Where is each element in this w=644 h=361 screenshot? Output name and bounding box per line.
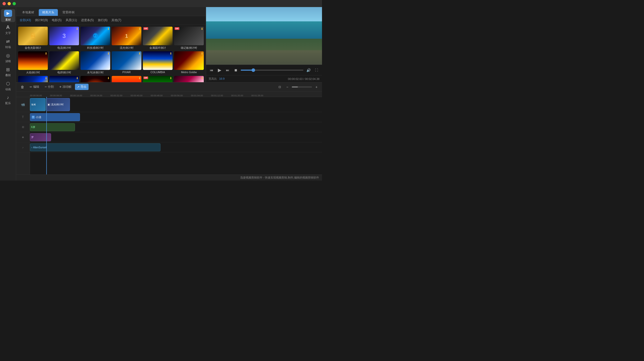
material-icon: ▶ [4,10,12,17]
maximize-button[interactable] [13,2,16,5]
media-item-0[interactable]: ⬇1金色光影倒计 [18,27,48,50]
play-button[interactable]: ▶ [217,67,223,73]
stop-button[interactable]: ⏹ [233,67,239,73]
track-overlay[interactable]: 梦 [30,132,322,142]
ruler-mark-8: 00:01:04.00 [191,94,203,97]
clip-effect[interactable]: ▶ 流光倒计时 [46,98,70,111]
media-item-14[interactable]: ⬇烟花 [80,76,110,82]
media-item-8[interactable]: ⬇水与冰倒计时 [80,51,110,74]
download-badge: ⬇ [45,76,47,80]
download-badge: ⬇ [201,76,203,80]
time-total: 00:02:04.38 [305,77,319,80]
clip-beach-label: 海滩 [31,103,36,106]
fullscreen-button[interactable]: ⛶ [313,67,319,73]
clip-audio[interactable]: ♪ AlienSunset [30,143,160,151]
sidebar-item-overlay[interactable]: ⊞ 叠附 [1,65,15,78]
media-item-10[interactable]: ⬇COLUMBIA [143,51,173,74]
sidebar-item-text[interactable]: A 文字 [1,23,15,36]
tab-background[interactable]: 背景样例 [59,9,78,16]
media-item-3[interactable]: ⬇1流光倒计时 [112,27,141,50]
track-filter[interactable]: 6屏 [30,122,322,132]
next-frame-button[interactable]: ⏭ [225,67,231,73]
clip-text[interactable]: T 小清 [30,113,80,121]
download-badge: ⬇ [76,27,78,31]
sidebar-item-transition[interactable]: ⇌ 转场 [1,37,15,50]
media-item-15[interactable]: ⬇日落 [112,76,141,82]
delete-button[interactable]: 🗑 [19,84,26,90]
sidebar-item-audio[interactable]: ♪ 配乐 [1,94,15,107]
sidebar-item-transition-label: 转场 [5,45,11,49]
clip-beach[interactable]: 海滩 [30,98,46,111]
download-badge: ⬇ [45,27,47,31]
export-button[interactable]: ↗ 导出 [75,84,89,90]
download-badge: ⬇ [45,52,47,55]
freeze-button[interactable]: ❄ 冻结帧 [57,84,73,90]
media-item-17[interactable]: ⬇樱花 [174,76,204,82]
zoom-controls: ⊡ − + [277,84,319,90]
zoom-in-button[interactable]: + [313,84,319,90]
track-headers: 📹 T ⊞ ◈ ♪ [16,97,30,174]
prev-frame-button[interactable]: ⏮ [209,67,215,73]
media-item-label: Metro Goldw [174,71,204,74]
media-item-1[interactable]: ⬇3电流倒计时 [49,27,79,50]
sidebar-item-filter[interactable]: ◎ 滤镜 [1,51,15,64]
volume-button[interactable]: 🔊 [305,67,311,73]
media-item-16[interactable]: VIP⬇自然 [143,76,173,82]
download-badge: ⬇ [201,52,203,55]
coastal-scene-bg [206,7,322,65]
progress-dot [252,68,255,72]
time-current: 00:00:02.63 [288,77,303,80]
close-button[interactable] [3,2,6,5]
media-item-13[interactable]: ⬇UNIVERSAL [49,76,79,82]
media-item-9[interactable]: ⬇PIXAR [112,51,141,74]
minimize-button[interactable] [8,2,11,5]
filter-landscape[interactable]: 风景(11) [65,18,78,23]
media-item-6[interactable]: ⬇火焰倒计时 [18,51,48,74]
sidebar-item-overlay-label: 叠附 [5,73,11,77]
clip-overlay[interactable]: 梦 [30,133,51,141]
track-text[interactable]: T 小清 [30,112,322,122]
ruler-mark-10: 00:01:20.00 [231,94,243,97]
sidebar-item-material[interactable]: ▶ 素材 [1,9,15,22]
filter-progress[interactable]: 进度条(5) [80,18,95,23]
tab-featured[interactable]: 精美片头 [39,9,58,16]
clip-effect-icon: ▶ [48,103,50,106]
track-video[interactable]: 海滩 ▶ 流光倒计时 [30,97,322,112]
filter-all[interactable]: 全部(43) [19,18,32,23]
track-audio[interactable]: ♪ AlienSunset [30,142,322,152]
ruler-mark-11: 00:01:28.00 [251,94,263,97]
filter-movie[interactable]: 电影(5) [51,18,63,23]
filter-other[interactable]: 其他(7) [110,18,122,23]
media-item-11[interactable]: ⬇Metro Goldw [174,51,204,74]
edit-button[interactable]: ✏ 编辑 [28,84,41,90]
media-item-4[interactable]: VIP⬇金属圆环倒计 [143,27,173,50]
clip-filter[interactable]: 6屏 [30,123,75,131]
tab-local[interactable]: 本地素材 [19,9,38,16]
statusbar: 迅捷视频剪辑软件 - 快速实现视频剪辑,制作,编辑的视频剪辑软件 [16,174,322,180]
zoom-slider[interactable] [292,86,312,87]
timeline-content: 📹 T ⊞ ◈ ♪ 海滩 [16,97,322,174]
media-item-5[interactable]: VIP⬇场记板倒计时 [174,27,204,50]
media-item-7[interactable]: ⬇电焊倒计时 [49,51,79,74]
filter-travel[interactable]: 旅行(6) [97,18,109,23]
overlay-icon: ⊞ [6,67,10,72]
ruler-mark-2: 00:00:16.00 [70,94,82,97]
sidebar-item-animation[interactable]: ⬡ 动画 [1,79,15,93]
audio-icon-badge: ♪ [31,146,32,149]
zoom-out-button[interactable]: − [284,84,290,90]
fit-button[interactable]: ⊡ [277,84,283,90]
sidebar-item-audio-label: 配乐 [5,101,11,105]
media-item-12[interactable]: ⬇20th Century [18,76,48,82]
sidebar-item-filter-label: 滤镜 [5,59,11,63]
progress-bar[interactable] [241,70,303,71]
split-button[interactable]: ✂ 分割 [43,84,56,90]
download-badge: ⬇ [107,27,110,31]
export-icon: ↗ [77,85,79,89]
filter-countdown[interactable]: 倒计时(9) [34,18,49,23]
filter-icon: ◎ [6,53,10,58]
preview-info: 宽高比 16:9 00:00:02.63 / 00:02:04.38 [206,75,322,82]
media-item-2[interactable]: ⬇②科技感倒计时 [80,27,110,50]
media-grid: ⬇1金色光影倒计⬇3电流倒计时⬇②科技感倒计时⬇1流光倒计时VIP⬇金属圆环倒计… [16,25,206,82]
sidebar-item-text-label: 文字 [5,31,11,35]
bottom-panel: 🗑 ✏ 编辑 ✂ 分割 ❄ 冻结帧 ↗ 导出 [16,82,322,180]
